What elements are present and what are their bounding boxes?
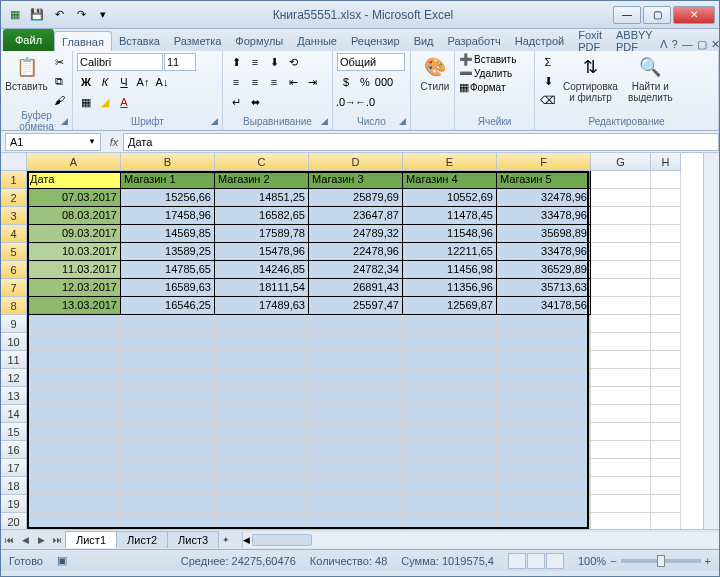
cell-A1[interactable]: Дата [27,171,121,189]
cell-G9[interactable] [591,315,651,333]
cell-F17[interactable] [497,459,591,477]
cell-C9[interactable] [215,315,309,333]
cell-A18[interactable] [27,477,121,495]
cell-F6[interactable]: 36529,89 [497,261,591,279]
cell-C7[interactable]: 18111,54 [215,279,309,297]
cell-A10[interactable] [27,333,121,351]
col-header-A[interactable]: A [27,153,121,171]
cell-B13[interactable] [121,387,215,405]
row-header-12[interactable]: 12 [1,369,27,387]
cell-E18[interactable] [403,477,497,495]
cell-F19[interactable] [497,495,591,513]
cell-B10[interactable] [121,333,215,351]
col-header-C[interactable]: C [215,153,309,171]
maximize-button[interactable]: ▢ [643,6,671,24]
orientation-icon[interactable]: ⟲ [284,53,302,71]
cell-D8[interactable]: 25597,47 [309,297,403,315]
cell-D13[interactable] [309,387,403,405]
clear-icon[interactable]: ⌫ [539,91,557,109]
cell-F11[interactable] [497,351,591,369]
tab-review[interactable]: Рецензир [344,31,407,51]
cell-H20[interactable] [651,513,681,529]
cell-A12[interactable] [27,369,121,387]
view-layout-icon[interactable] [527,553,545,569]
align-bot-icon[interactable]: ⬇ [265,53,283,71]
cell-H3[interactable] [651,207,681,225]
row-header-8[interactable]: 8 [1,297,27,315]
cell-E19[interactable] [403,495,497,513]
cell-D4[interactable]: 24789,32 [309,225,403,243]
cell-H10[interactable] [651,333,681,351]
cells-insert-button[interactable]: ➕Вставить [459,53,516,66]
tab-foxit[interactable]: Foxit PDF [571,31,609,51]
ribbon-rest-icon[interactable]: ▢ [697,38,707,51]
close-button[interactable]: ✕ [673,6,715,24]
cell-F12[interactable] [497,369,591,387]
cell-C6[interactable]: 14246,85 [215,261,309,279]
view-break-icon[interactable] [546,553,564,569]
shrink-font-icon[interactable]: A↓ [153,73,171,91]
font-color-icon[interactable]: A [115,93,133,111]
cell-D1[interactable]: Магазин 3 [309,171,403,189]
percent-icon[interactable]: % [356,73,374,91]
cell-B8[interactable]: 16546,25 [121,297,215,315]
number-dialog-icon[interactable]: ◢ [396,116,408,128]
vertical-scrollbar[interactable] [703,153,719,529]
cell-B7[interactable]: 16589,63 [121,279,215,297]
cell-H14[interactable] [651,405,681,423]
ribbon-help-icon[interactable]: ᐱ [660,38,668,51]
cell-H17[interactable] [651,459,681,477]
tab-insert[interactable]: Вставка [112,31,167,51]
tab-layout[interactable]: Разметка [167,31,229,51]
cell-H4[interactable] [651,225,681,243]
row-header-5[interactable]: 5 [1,243,27,261]
name-box[interactable]: A1 ▼ [5,133,101,151]
cell-B4[interactable]: 14569,85 [121,225,215,243]
row-header-10[interactable]: 10 [1,333,27,351]
cell-H1[interactable] [651,171,681,189]
minimize-button[interactable]: — [613,6,641,24]
cell-A19[interactable] [27,495,121,513]
cell-F2[interactable]: 32478,96 [497,189,591,207]
wrap-text-icon[interactable]: ↵ [227,93,245,111]
cell-B3[interactable]: 17458,96 [121,207,215,225]
col-header-G[interactable]: G [591,153,651,171]
copy-icon[interactable]: ⧉ [50,72,68,90]
fill-icon[interactable]: ⬇ [539,72,557,90]
cell-C18[interactable] [215,477,309,495]
cell-E20[interactable] [403,513,497,529]
cell-H19[interactable] [651,495,681,513]
tab-abbyy[interactable]: ABBYY PDF [609,31,660,51]
inc-decimal-icon[interactable]: .0→ [337,93,355,111]
cell-E7[interactable]: 11356,96 [403,279,497,297]
cell-E17[interactable] [403,459,497,477]
align-mid-icon[interactable]: ≡ [246,53,264,71]
cell-F10[interactable] [497,333,591,351]
cell-E13[interactable] [403,387,497,405]
cell-E16[interactable] [403,441,497,459]
cells-delete-button[interactable]: ➖Удалить [459,67,512,80]
cell-C3[interactable]: 16582,65 [215,207,309,225]
sheet-tab-2[interactable]: Лист2 [116,531,168,548]
cell-C12[interactable] [215,369,309,387]
cell-A15[interactable] [27,423,121,441]
align-right-icon[interactable]: ≡ [265,73,283,91]
styles-button[interactable]: 🎨 Стили [415,53,455,94]
cell-H6[interactable] [651,261,681,279]
cell-F5[interactable]: 33478,96 [497,243,591,261]
cell-E8[interactable]: 12569,87 [403,297,497,315]
cell-B14[interactable] [121,405,215,423]
cell-D10[interactable] [309,333,403,351]
cell-E11[interactable] [403,351,497,369]
sheet-nav-first-icon[interactable]: ⏮ [1,532,17,548]
col-header-B[interactable]: B [121,153,215,171]
cell-E15[interactable] [403,423,497,441]
cell-D3[interactable]: 23647,87 [309,207,403,225]
namebox-dropdown-icon[interactable]: ▼ [88,137,96,146]
cell-A13[interactable] [27,387,121,405]
cell-H9[interactable] [651,315,681,333]
zoom-out-icon[interactable]: − [610,555,616,567]
underline-button[interactable]: Ч [115,73,133,91]
cell-E12[interactable] [403,369,497,387]
cell-D5[interactable]: 22478,96 [309,243,403,261]
